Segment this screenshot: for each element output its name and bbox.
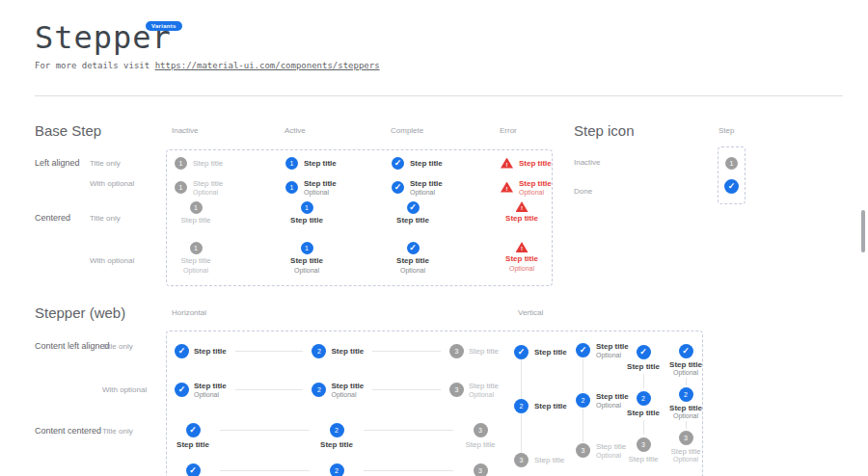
step-icon-row-done: Done: [574, 187, 592, 196]
step-connector: [372, 351, 441, 352]
step-sample-inactive: 1 Step title: [175, 150, 285, 175]
sub-label-title-only: Title only: [90, 159, 121, 168]
step-complete: ✓ Step title: [514, 345, 567, 359]
step-inactive: 3 Step title: [514, 453, 567, 467]
step-optional: Optional: [469, 391, 499, 398]
step-sample-error: ! Step title: [501, 150, 552, 175]
step-sample-centered-inactive-optional: 1 Step title Optional: [175, 239, 217, 287]
step-optional: Optional: [193, 189, 223, 196]
step-title: Step title: [469, 347, 499, 356]
column-header-inactive: Inactive: [172, 126, 199, 135]
material-ui-link[interactable]: https://material-ui.com/components/stepp…: [155, 61, 380, 70]
vertical-scrollbar-thumb[interactable]: [861, 210, 865, 252]
step-number-icon: 2: [637, 391, 651, 406]
horizontal-stepper-centered: ✓ Step title 2 Step title 3 Step title: [175, 423, 499, 449]
row-label-content-left: Content left aligned: [35, 341, 110, 351]
step-number-icon: 1: [175, 181, 187, 194]
step-connector: [364, 470, 453, 471]
step-title: Step title: [331, 347, 364, 356]
header-divider: [35, 95, 843, 96]
step-title: Step title: [669, 404, 702, 412]
sub-label-title-only: Title only: [102, 427, 133, 436]
step-active: 2 Step title: [318, 463, 355, 476]
step-number-icon: 3: [637, 437, 651, 452]
step-sample-centered-active: 1 Step title: [285, 198, 328, 239]
column-header-step: Step: [719, 126, 734, 135]
error-icon: !: [501, 182, 513, 193]
step-title: Step title: [534, 348, 567, 357]
step-title: Step title: [180, 216, 210, 225]
step-title: Step title: [627, 409, 660, 417]
step-number-icon: 2: [330, 423, 344, 437]
vertical-stepper-centered: ✓ Step title 2 Step title 3 Step title: [622, 345, 665, 463]
step-title: Step title: [396, 256, 429, 265]
step-icon-row-inactive: Inactive: [574, 158, 601, 167]
step-number-icon: 1: [725, 157, 738, 170]
step-connector: [364, 430, 453, 431]
step-number-icon: 1: [190, 201, 203, 214]
step-connector: [521, 413, 522, 453]
sub-label-with-optional: With optional: [90, 179, 134, 188]
check-icon: ✓: [407, 201, 420, 214]
step-complete: ✓ Step title: [175, 423, 211, 449]
vertical-stepper-title-only: ✓ Step title 2 Step title 3 Step title: [514, 345, 567, 467]
step-active: 2 Step title: [514, 399, 567, 413]
step-optional: Optional: [294, 267, 319, 274]
step-number-icon: 3: [449, 383, 464, 397]
row-label-content-centered: Content centered: [35, 426, 101, 436]
sub-label-with-optional: With optional: [90, 256, 134, 265]
step-number-icon: 2: [679, 387, 693, 402]
step-complete: ✓ Step titleOptional: [175, 382, 227, 398]
step-number-icon: 1: [301, 201, 313, 214]
step-number-icon: 2: [330, 463, 344, 476]
subtitle-text: For more details visit: [35, 61, 155, 70]
step-title: Step title: [534, 456, 564, 464]
horizontal-stepper-with-optional: ✓ Step titleOptional 2 Step titleOptiona…: [175, 382, 499, 398]
step-connector: [686, 378, 687, 385]
step-optional: Optional: [509, 265, 534, 272]
step-connector: [220, 430, 310, 431]
check-icon: ✓: [392, 181, 404, 194]
step-title: Step title: [627, 362, 660, 371]
error-icon: !: [501, 158, 513, 169]
step-number-icon: 1: [190, 242, 203, 254]
step-title: Step title: [176, 440, 209, 449]
step-icon-heading: Step icon: [574, 122, 635, 139]
check-icon: ✓: [724, 179, 739, 194]
step-number-icon: 3: [474, 463, 488, 476]
step-connector: [235, 389, 304, 390]
step-inactive: 3 Step title: [462, 463, 499, 476]
step-sample-centered-complete-optional: ✓ Step title Optional: [392, 239, 434, 287]
step-title: Step title: [193, 179, 223, 188]
step-connector: [521, 359, 522, 399]
step-sample-inactive-optional: 1 Step titleOptional: [175, 175, 285, 198]
step-optional: Optional: [673, 369, 698, 376]
step-title: Step title: [465, 440, 495, 449]
variants-badge: Variants: [146, 21, 182, 31]
step-sample-centered-inactive: 1 Step title: [175, 198, 217, 239]
step-optional: Optional: [183, 267, 208, 274]
step-title: Step title: [180, 256, 210, 265]
step-inactive: 3 Step titleOptional: [576, 442, 629, 459]
column-header-complete: Complete: [391, 126, 423, 135]
step-title: Step title: [534, 402, 567, 410]
step-number-icon: 2: [312, 383, 326, 397]
step-title: Step title: [320, 440, 353, 449]
step-active: 2 Step title: [318, 423, 355, 449]
sub-label-title-only: Title only: [102, 342, 133, 351]
stepper-web-samples-box: ✓ Step title 2 Step title 3 Step title ✓…: [166, 331, 703, 476]
horizontal-stepper-centered-optional: ✓ Step title 2 Step title 3 Step title: [175, 463, 499, 476]
step-inactive: 3 Step title: [462, 423, 499, 449]
step-active: 2 Step titleOptional: [576, 392, 629, 409]
subtitle: For more details visit https://material-…: [35, 61, 380, 70]
step-complete: ✓ Step title: [175, 344, 227, 358]
step-optional: Optional: [519, 189, 552, 196]
step-title: Step title: [670, 447, 700, 456]
step-title: Step title: [304, 179, 337, 188]
step-title: Step title: [194, 347, 227, 356]
step-number-icon: 2: [514, 399, 529, 413]
sub-label-title-only: Title only: [90, 214, 121, 223]
step-title: Step title: [290, 216, 323, 225]
check-icon: ✓: [514, 345, 529, 359]
column-header-active: Active: [285, 126, 306, 135]
